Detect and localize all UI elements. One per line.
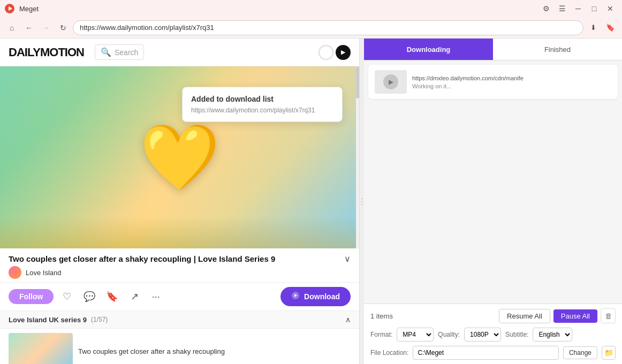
delete-icon: 🗑 (605, 312, 612, 320)
download-nav-button[interactable]: ⬇ (586, 20, 601, 35)
bookmark-nav-button[interactable]: 🔖 (603, 20, 618, 35)
action-bar: Follow ♡ 💬 🔖 ↗ ··· Download (0, 283, 359, 311)
playlist-count: (1/57) (91, 316, 108, 323)
title-bar: Meget ⚙ ☰ ─ □ ✕ (0, 0, 622, 17)
playlist-toggle-button[interactable]: ∧ (345, 315, 351, 324)
follow-button[interactable]: Follow (9, 289, 54, 304)
app-title: Meget (19, 5, 538, 13)
browser-panel: DAILYMOTION 🔍 Search ▶ Added to download… (0, 39, 360, 364)
comment-icon: 💬 (84, 291, 95, 302)
download-popup: Added to download list https://www.daily… (182, 87, 343, 122)
download-panel: Downloading Finished ▶ https://dmxleo.da… (364, 39, 622, 364)
download-info: https://dmxleo.dailymotion.com/cdn/manif… (412, 75, 611, 89)
popup-title: Added to download list (191, 95, 333, 103)
search-bar[interactable]: 🔍 Search (95, 44, 144, 60)
window-controls: ⚙ ☰ ─ □ ✕ (538, 1, 618, 16)
video-title-row: Two couples get closer after a shaky rec… (9, 254, 351, 264)
quality-label: Quality: (438, 331, 460, 338)
control-buttons: Resume All Pause All 🗑 (499, 308, 616, 323)
file-location-label: File Location: (370, 349, 408, 357)
download-button-icon (291, 291, 300, 302)
file-location-input[interactable] (413, 346, 559, 360)
file-location-row: File Location: Change 📁 (370, 346, 616, 360)
forward-button[interactable]: → (39, 20, 54, 35)
scrollbar[interactable] (356, 66, 359, 248)
channel-row: Love Island (9, 266, 351, 279)
home-button[interactable]: ⌂ (4, 20, 19, 35)
search-icon: 🔍 (101, 47, 111, 57)
download-item: ▶ https://dmxleo.dailymotion.com/cdn/man… (368, 65, 618, 99)
items-count: 1 items (370, 312, 393, 320)
download-list: ▶ https://dmxleo.dailymotion.com/cdn/man… (364, 60, 622, 304)
channel-name: Love Island (26, 269, 62, 277)
quality-select[interactable]: 1080P 720P 480P (464, 328, 501, 342)
like-button[interactable]: ♡ (58, 287, 76, 306)
settings-button[interactable]: ⚙ (538, 1, 553, 16)
address-bar[interactable] (73, 20, 583, 35)
tab-finished[interactable]: Finished (493, 39, 622, 60)
dailymotion-header: DAILYMOTION 🔍 Search ▶ (0, 39, 359, 66)
download-status: Working on it... (412, 83, 611, 89)
nav-bar: ⌂ ← → ↻ ⬇ 🔖 (0, 17, 622, 39)
bookmark-icon: 🔖 (106, 291, 118, 302)
channel-avatar (9, 266, 21, 279)
playlist-info: Love Island UK series 9 (1/57) (9, 316, 108, 324)
back-button[interactable]: ← (21, 20, 36, 35)
scrollbar-thumb (356, 66, 359, 98)
delete-button[interactable]: 🗑 (601, 308, 616, 323)
popup-url: https://www.dailymotion.com/playlist/x7r… (191, 107, 333, 114)
header-nav-icon (318, 45, 333, 60)
comment-button[interactable]: 💬 (80, 287, 98, 306)
close-button[interactable]: ✕ (603, 1, 618, 16)
share-button[interactable]: ↗ (125, 287, 143, 306)
open-folder-button[interactable]: 📁 (602, 346, 616, 360)
playlist-row: Love Island UK series 9 (1/57) ∧ (0, 311, 359, 329)
share-icon: ↗ (131, 291, 139, 302)
items-row: 1 items Resume All Pause All 🗑 (370, 308, 616, 323)
bookmark-button[interactable]: 🔖 (103, 287, 121, 306)
search-placeholder: Search (115, 48, 138, 57)
more-button[interactable]: ··· (148, 289, 164, 305)
pause-all-button[interactable]: Pause All (553, 309, 597, 323)
change-location-button[interactable]: Change (563, 346, 597, 359)
download-thumbnail: ▶ (375, 70, 407, 94)
dailymotion-logo: DAILYMOTION (9, 46, 84, 59)
subtitle-select[interactable]: English None (533, 328, 572, 342)
download-button-label: Download (304, 292, 340, 301)
video-info: Two couples get closer after a shaky rec… (0, 248, 359, 283)
menu-button[interactable]: ☰ (555, 1, 570, 16)
subtitle-label: Subtitle: (505, 331, 528, 338)
playlist-title: Love Island UK series 9 (9, 316, 87, 324)
main-layout: DAILYMOTION 🔍 Search ▶ Added to download… (0, 39, 622, 364)
video-title: Two couples get closer after a shaky rec… (9, 254, 344, 263)
maximize-button[interactable]: □ (587, 1, 602, 16)
play-icon: ▶ (383, 74, 398, 89)
resume-all-button[interactable]: Resume All (499, 309, 550, 323)
panel-divider[interactable]: ⋮ (360, 39, 364, 364)
folder-icon: 📁 (604, 348, 613, 357)
refresh-button[interactable]: ↻ (56, 20, 71, 35)
download-tabs: Downloading Finished (364, 39, 622, 60)
tab-downloading[interactable]: Downloading (364, 39, 493, 60)
download-button[interactable]: Download (280, 287, 351, 306)
playlist-thumbnail (9, 333, 73, 364)
playlist-item[interactable]: Two couples get closer after a shaky rec… (0, 329, 359, 364)
app-logo-icon (4, 3, 15, 14)
bottom-controls: 1 items Resume All Pause All 🗑 Format: M… (364, 304, 622, 364)
format-row: Format: MP4 MP3 WebM Quality: 1080P 720P… (370, 328, 616, 342)
like-icon: ♡ (63, 291, 71, 302)
minimize-button[interactable]: ─ (571, 1, 586, 16)
format-label: Format: (370, 331, 392, 338)
download-url: https://dmxleo.dailymotion.com/cdn/manif… (412, 75, 611, 81)
header-icon-2: ▶ (336, 45, 351, 60)
thumbnail-image (9, 333, 73, 364)
expand-button[interactable]: ∨ (344, 254, 351, 264)
playlist-item-title: Two couples get closer after a shaky rec… (78, 347, 225, 355)
format-select[interactable]: MP4 MP3 WebM (397, 328, 434, 342)
heart-icon: 💛 (140, 120, 220, 195)
